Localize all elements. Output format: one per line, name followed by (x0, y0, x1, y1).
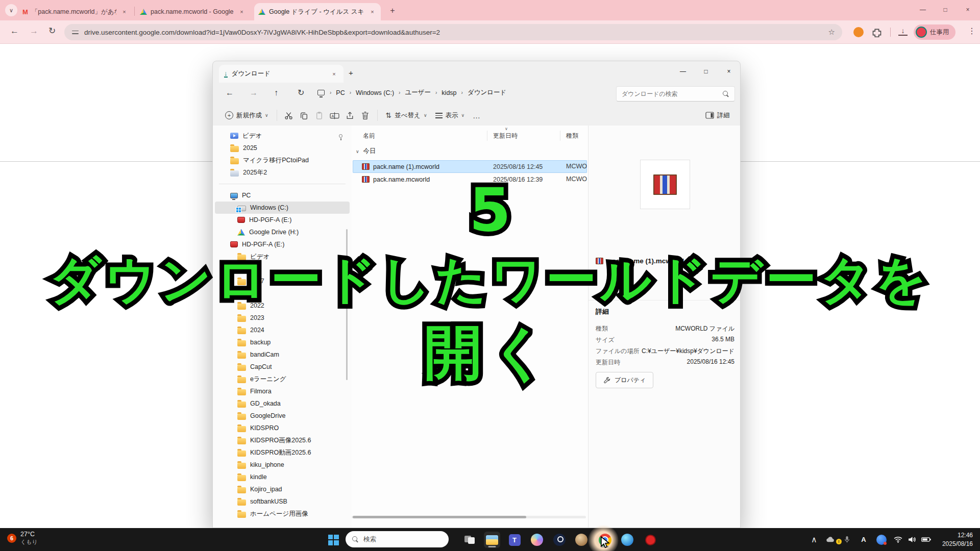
explorer-search-box[interactable]: ダウンロードの検索 (616, 86, 735, 102)
breadcrumb-item-pc[interactable]: PC (336, 89, 345, 96)
sidebar-item-videos-2[interactable]: ビデオ (215, 251, 350, 263)
sidebar-item-backup[interactable]: backup (215, 336, 350, 348)
browser-reload-button[interactable]: ↻ (48, 27, 56, 35)
browser-tab-drive-file[interactable]: pack.name.mcworld - Google ド × (136, 3, 250, 20)
tab-search-button[interactable]: ∨ (5, 4, 17, 16)
explorer-back-button[interactable]: ← (226, 89, 234, 97)
column-header-name[interactable]: 名前 (363, 132, 375, 140)
wifi-tray-icon[interactable] (891, 536, 905, 543)
blue-app-tray-icon[interactable] (872, 535, 891, 545)
onedrive-tray-icon[interactable]: ! (822, 536, 839, 543)
sidebar-item-2023[interactable]: 2023 (215, 312, 350, 324)
rename-button[interactable]: A (327, 108, 342, 123)
sidebar-item-googledrive[interactable]: GoogleDrive (215, 410, 350, 422)
taskbar-search-box[interactable]: 検索 (346, 531, 449, 547)
browser-maximize-button[interactable]: □ (935, 3, 955, 16)
view-button[interactable]: 表示 ∨ (431, 108, 469, 123)
sidebar-item-homepage-images[interactable]: ホームページ用画像 (215, 508, 350, 520)
sidebar-item-kiku-iphone[interactable]: kiku_iphone (215, 459, 350, 471)
breadcrumb-item-downloads[interactable]: ダウンロード (468, 88, 506, 97)
sidebar-item-pc[interactable]: PC (215, 189, 350, 202)
browser-menu-icon[interactable]: ⋮ (968, 26, 976, 36)
browser-back-button[interactable]: ← (10, 27, 19, 35)
address-bar[interactable]: drive.usercontent.google.com/download?id… (64, 24, 842, 40)
breadcrumb-item-kidsp[interactable]: kidsp (442, 89, 456, 96)
copy-button[interactable] (297, 108, 312, 123)
taskbar-steam[interactable] (551, 532, 568, 548)
sidebar-item-elearning[interactable]: eラーニング (215, 373, 350, 385)
horizontal-scrollbar[interactable] (352, 516, 586, 518)
tray-expand-button[interactable]: ∧ (806, 535, 822, 544)
taskbar-file-explorer[interactable] (484, 532, 500, 548)
sidebar-item-windows-c-selected[interactable]: Windows (C:) (215, 202, 350, 214)
sidebar-item-2025-2[interactable]: 2025年2 (215, 166, 350, 179)
taskbar-app-brown[interactable] (573, 532, 590, 548)
file-row-selected[interactable]: pack.name (1).mcworld 2025/08/16 12:45 M… (353, 160, 587, 173)
sidebar-item-2017[interactable]: 2017 (215, 275, 350, 287)
downloads-icon[interactable]: ↓ (898, 27, 908, 36)
browser-close-button[interactable]: × (958, 3, 978, 16)
column-header-date[interactable]: 更新日時 (493, 132, 518, 140)
volume-tray-icon[interactable] (905, 536, 919, 543)
horizontal-scrollbar-thumb[interactable] (353, 516, 526, 518)
explorer-maximize-button[interactable]: □ (695, 64, 717, 79)
tab-close-button[interactable]: × (237, 8, 246, 16)
sidebar-item-kidspro-images[interactable]: KIDSPRO画像2025.6 (215, 434, 350, 446)
task-view-button[interactable] (461, 532, 478, 548)
site-settings-icon[interactable] (72, 29, 79, 36)
taskbar-teams[interactable]: T (506, 532, 523, 548)
taskbar-app-blue[interactable] (619, 532, 635, 548)
explorer-forward-button[interactable]: → (250, 89, 258, 97)
breadcrumb-item-windows-c[interactable]: Windows (C:) (356, 89, 394, 96)
sidebar-scrollbar[interactable] (346, 229, 348, 380)
taskbar-clock[interactable]: 12:46 2025/08/16 (942, 531, 973, 547)
sidebar-item-capcut[interactable]: CapCut (215, 361, 350, 373)
sidebar-item-videos-pinned[interactable]: ビデオ (215, 130, 350, 142)
profile-chip[interactable]: 仕事用 (914, 24, 955, 40)
sidebar-item-2022[interactable]: 2022 (215, 299, 350, 312)
tab-close-button[interactable]: × (368, 8, 377, 16)
taskbar-recorder[interactable] (642, 532, 658, 548)
sidebar-item-kindle[interactable]: kindle (215, 471, 350, 483)
sidebar-item-hd-pgf-a[interactable]: HD-PGF-A (E:) (215, 214, 350, 226)
sidebar-item-gd-okada[interactable]: GD_okada (215, 397, 350, 410)
share-button[interactable] (342, 108, 358, 123)
sidebar-item-kojiro-ipad[interactable]: Kojiro_ipad (215, 483, 350, 495)
start-button[interactable] (325, 532, 341, 548)
sidebar-item-hd-pgf-a-2[interactable]: HD-PGF-A (E:) (215, 238, 350, 251)
group-header-today[interactable]: ∨ 今日 (356, 147, 376, 156)
extensions-puzzle-icon[interactable] (872, 27, 882, 37)
explorer-new-tab-button[interactable]: + (349, 68, 353, 77)
sort-button[interactable]: ⇅ 並べ替え ∨ (382, 108, 431, 123)
battery-tray-icon[interactable] (919, 537, 934, 542)
sidebar-item-filmora[interactable]: Filmora (215, 385, 350, 397)
sidebar-item-bandicam[interactable]: bandiCam (215, 348, 350, 361)
ime-indicator[interactable]: A (855, 536, 872, 543)
url-text[interactable]: drive.usercontent.google.com/download?id… (84, 29, 828, 36)
weather-widget[interactable]: 6 27°C くもり (7, 531, 38, 545)
delete-button[interactable] (358, 108, 373, 123)
sidebar-item-kidspro-videos[interactable]: KIDSPRO動画2025.6 (215, 446, 350, 459)
tab-close-button[interactable]: × (120, 8, 129, 16)
explorer-close-button[interactable]: × (718, 64, 740, 79)
browser-tab-gmail[interactable]: M 「pack.name.mcworld」があなたと × (18, 3, 133, 20)
bookmark-star-icon[interactable]: ☆ (828, 28, 835, 37)
explorer-refresh-button[interactable]: ↻ (298, 89, 304, 97)
cut-button[interactable] (281, 108, 297, 123)
sidebar-item-2025[interactable]: 2025 (215, 142, 350, 154)
breadcrumb-item-users[interactable]: ユーザー (405, 88, 431, 97)
properties-button[interactable]: プロパティ (596, 372, 653, 388)
sidebar-item-softbankusb[interactable]: softbankUSB (215, 495, 350, 508)
explorer-tab-close-button[interactable]: × (330, 69, 338, 78)
new-tab-button[interactable]: + (387, 5, 398, 16)
browser-forward-button[interactable]: → (30, 27, 38, 35)
extension-icon[interactable] (853, 27, 864, 37)
explorer-minimize-button[interactable]: — (672, 64, 694, 79)
new-item-button[interactable]: + 新規作成 ∨ (221, 108, 273, 123)
taskbar-copilot[interactable] (529, 532, 545, 548)
browser-tab-drive-scan-active[interactable]: Google ドライブ - ウイルス スキャン × (254, 3, 381, 20)
file-row[interactable]: pack.name.mcworld 2025/08/16 12:39 MCWOR… (353, 173, 587, 186)
explorer-tab-downloads[interactable]: ↓ ダウンロード × (219, 65, 344, 83)
column-header-type[interactable]: 種類 (566, 132, 578, 140)
sidebar-item-kidspro[interactable]: KIDSPRO (215, 422, 350, 434)
